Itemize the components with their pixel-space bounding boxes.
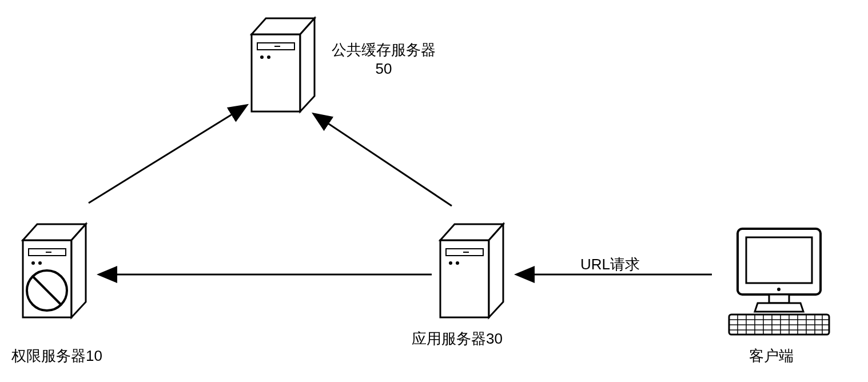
svg-rect-16: [746, 237, 812, 283]
app-server-node: [435, 217, 509, 324]
svg-point-4: [267, 55, 270, 59]
cache-server-label-group: 公共缓存服务器 50: [332, 40, 436, 78]
cache-server-node: [246, 11, 320, 118]
svg-point-13: [449, 261, 452, 265]
client-node: [720, 223, 835, 341]
svg-point-14: [456, 261, 459, 265]
computer-icon: [720, 223, 835, 337]
server-icon: [435, 217, 509, 320]
permission-server-node: [17, 217, 91, 324]
server-prohibit-icon: [17, 217, 91, 320]
edge-permission-to-cache: [89, 106, 246, 203]
app-server-label: 应用服务器30: [412, 329, 503, 349]
permission-server-label: 权限服务器10: [11, 346, 102, 366]
server-icon: [246, 11, 320, 114]
svg-point-17: [777, 288, 781, 291]
svg-point-8: [38, 261, 42, 265]
client-label: 客户端: [749, 346, 794, 366]
url-request-label: URL请求: [580, 254, 640, 274]
cache-server-number: 50: [332, 60, 436, 78]
svg-point-3: [260, 55, 264, 59]
cache-server-label: 公共缓存服务器: [332, 40, 436, 60]
svg-rect-18: [769, 295, 789, 303]
edge-app-to-cache: [314, 114, 452, 206]
svg-point-7: [31, 261, 35, 265]
